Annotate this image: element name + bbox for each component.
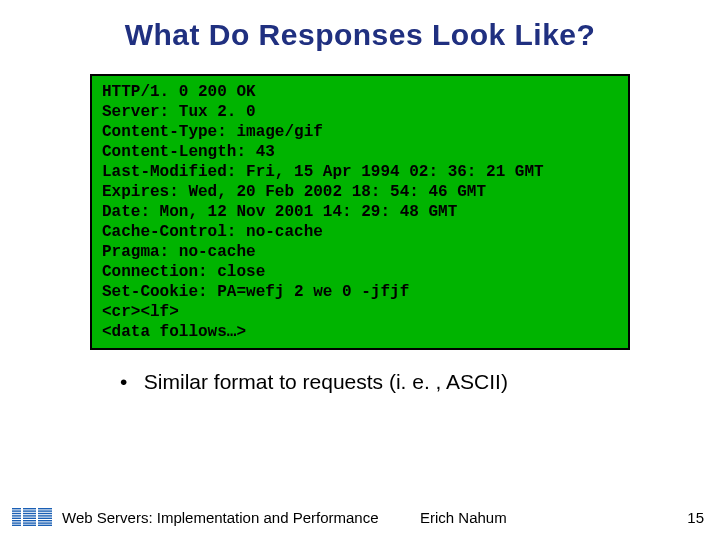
footer-page-number: 15 bbox=[687, 509, 704, 526]
svg-rect-4 bbox=[12, 518, 52, 519]
svg-rect-6 bbox=[12, 522, 52, 523]
http-response-codebox: HTTP/1. 0 200 OK Server: Tux 2. 0 Conten… bbox=[90, 74, 630, 350]
svg-rect-7 bbox=[12, 525, 52, 526]
footer-title: Web Servers: Implementation and Performa… bbox=[62, 509, 379, 526]
svg-rect-3 bbox=[12, 515, 52, 516]
bullet-text: Similar format to requests (i. e. , ASCI… bbox=[144, 370, 508, 393]
svg-rect-1 bbox=[12, 510, 52, 511]
bullet-mark: • bbox=[120, 370, 138, 394]
ibm-logo-icon bbox=[12, 508, 52, 526]
svg-rect-8 bbox=[21, 508, 23, 526]
svg-rect-2 bbox=[12, 513, 52, 514]
slide-footer: Web Servers: Implementation and Performa… bbox=[0, 508, 720, 526]
svg-rect-9 bbox=[36, 508, 38, 526]
footer-author: Erich Nahum bbox=[420, 509, 507, 526]
svg-rect-5 bbox=[12, 520, 52, 521]
svg-rect-0 bbox=[12, 508, 52, 509]
bullet-item: • Similar format to requests (i. e. , AS… bbox=[120, 370, 720, 394]
slide-title: What Do Responses Look Like? bbox=[0, 18, 720, 52]
http-response-text: HTTP/1. 0 200 OK Server: Tux 2. 0 Conten… bbox=[102, 82, 618, 342]
